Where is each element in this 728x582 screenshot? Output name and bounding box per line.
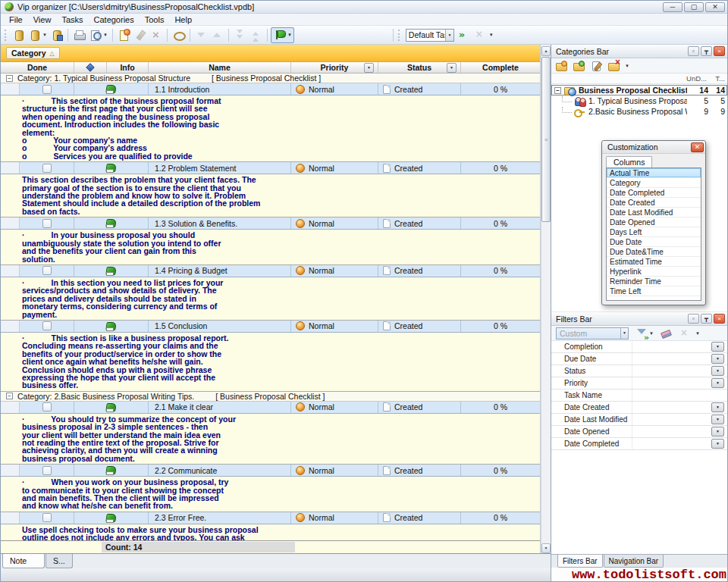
filter-dropdown-icon[interactable]: ▼ [711, 378, 724, 388]
add-task-button[interactable] [116, 27, 132, 43]
task-row[interactable]: 1.1 IntroductionNormalCreated0 % [1, 83, 540, 95]
task-complete[interactable]: 0 % [461, 512, 540, 524]
column-option[interactable]: Estimated Time [607, 257, 701, 267]
categories-overflow-icon[interactable]: ▼ [625, 64, 629, 68]
task-priority[interactable]: Normal [291, 162, 378, 174]
task-status[interactable]: Created [378, 265, 461, 277]
done-checkbox[interactable] [42, 266, 52, 275]
done-checkbox[interactable] [42, 513, 52, 522]
customization-dialog[interactable]: Customization ✕ Columns Actual TimeCateg… [601, 140, 706, 305]
column-option[interactable]: Date Created [607, 198, 701, 208]
print-button[interactable] [71, 27, 87, 43]
toolbar-grip[interactable] [398, 30, 401, 41]
task-note[interactable]: · This section is like a business propos… [1, 333, 540, 392]
done-checkbox[interactable] [42, 321, 52, 330]
toolbar-overflow-icon[interactable]: ▼ [489, 33, 494, 37]
task-note[interactable]: · In this section you need to list price… [1, 277, 540, 321]
combobox-dropdown-icon[interactable]: ▼ [445, 30, 453, 41]
task-name[interactable]: 2.3 Error Free. [149, 512, 291, 524]
task-row[interactable]: 2.1 Make it clearNormalCreated0 % [1, 402, 540, 414]
column-option[interactable]: Time Left [607, 286, 701, 296]
save-database-button[interactable] [49, 27, 64, 43]
toolbar-grip[interactable] [5, 30, 8, 41]
view-notes-button[interactable] [171, 27, 187, 43]
done-checkbox[interactable] [42, 85, 52, 94]
restore-panel-icon[interactable]: ▫ [688, 46, 699, 56]
task-complete[interactable]: 0 % [461, 321, 540, 332]
filters-bar-header[interactable]: Filters Bar ▫ ┳ × [551, 312, 727, 326]
menu-tools[interactable]: Tools [140, 14, 170, 25]
filter-row[interactable]: Task Name [551, 390, 727, 402]
note-tab-note[interactable]: Note [2, 554, 45, 568]
delete-category-button[interactable] [606, 58, 621, 74]
column-option[interactable]: Date Completed [607, 188, 701, 198]
column-header-flag[interactable] [74, 62, 107, 73]
categories-bar-header[interactable]: Categories Bar ▫ ┳ × [551, 45, 727, 58]
task-note[interactable]: This section describes the problem that … [1, 174, 540, 217]
menu-view[interactable]: View [28, 14, 57, 25]
info-cell[interactable] [74, 402, 149, 413]
category-tree-item[interactable]: 2.Basic Business Proposal Wri99 [551, 106, 727, 117]
filter-dropdown-icon[interactable]: ▼ [711, 427, 724, 436]
task-priority[interactable]: Normal [291, 512, 378, 524]
done-cell[interactable] [20, 265, 74, 277]
info-cell[interactable] [74, 217, 149, 229]
task-row[interactable]: 1.5 ConclusionNormalCreated0 % [1, 321, 540, 333]
task-status[interactable]: Created [378, 465, 461, 476]
filter-dropdown-icon[interactable]: ▼ [711, 439, 724, 449]
open-database-button[interactable]: ▼ [27, 27, 49, 43]
filter-row[interactable]: Status▼ [551, 365, 727, 377]
category-tree-item[interactable]: −Business Proposal Checklist1414 [551, 85, 727, 95]
close-icon[interactable]: ✕ [705, 2, 725, 12]
column-option[interactable]: Reminder Time [607, 277, 701, 286]
category-group-row[interactable]: −Category: 1. Typical Business Proposal … [1, 74, 540, 83]
done-checkbox[interactable] [42, 164, 52, 173]
category-group-row[interactable]: −Category: 2.Basic Business Proposal Wri… [1, 392, 540, 402]
task-priority[interactable]: Normal [291, 321, 378, 332]
info-cell[interactable] [74, 512, 149, 524]
task-name[interactable]: 1.3 Solution & Benefits. [149, 217, 291, 229]
restore-panel-icon[interactable]: ▫ [688, 314, 699, 324]
task-status[interactable]: Created [378, 162, 461, 174]
filter-row[interactable]: Date Last Modified▼ [551, 414, 727, 426]
info-cell[interactable] [74, 321, 149, 332]
task-row[interactable]: 1.2 Problem StatementNormalCreated0 % [1, 162, 540, 174]
filter-dropdown-icon[interactable]: ▼ [711, 402, 724, 412]
menu-tasks[interactable]: Tasks [56, 14, 88, 25]
column-header-complete[interactable]: Complete [461, 62, 540, 73]
menu-file[interactable]: File [4, 14, 28, 25]
task-priority[interactable]: Normal [291, 83, 378, 95]
filter-row[interactable]: Completion▼ [551, 341, 727, 353]
scroll-up-icon[interactable]: ▲ [541, 46, 551, 56]
task-name[interactable]: 1.1 Introduction [149, 83, 291, 95]
status-filter-dropdown-icon[interactable]: ▼ [447, 63, 457, 73]
menu-help[interactable]: Help [169, 14, 197, 25]
scrollbar-thumb[interactable]: ≡ [541, 57, 551, 222]
toggle-complete-button[interactable]: ▼ [271, 27, 294, 43]
task-name[interactable]: 1.4 Pricing & Budget [149, 265, 291, 277]
task-name[interactable]: 2.2 Communicate [149, 465, 291, 476]
task-status[interactable]: Created [378, 512, 461, 524]
task-complete[interactable]: 0 % [461, 217, 540, 229]
task-row[interactable]: 1.3 Solution & Benefits.NormalCreated0 % [1, 217, 540, 230]
filter-row[interactable]: Date Created▼ [551, 402, 727, 414]
filter-dropdown-icon[interactable]: ▼ [711, 342, 724, 352]
note-tab-s[interactable]: S... [46, 554, 73, 568]
task-view-combobox[interactable]: Default Task V ▼ [406, 29, 454, 42]
task-priority[interactable]: Normal [291, 217, 378, 229]
maximize-icon[interactable]: ▢ [684, 2, 704, 12]
column-header-done[interactable]: Done [1, 62, 74, 73]
minimize-icon[interactable]: ─ [663, 2, 682, 12]
filter-dropdown-icon[interactable]: ▼ [711, 366, 724, 376]
column-option[interactable]: Date Opened [607, 217, 701, 227]
expand-icon[interactable]: − [554, 87, 561, 94]
new-category-button[interactable] [554, 58, 569, 74]
done-cell[interactable] [20, 217, 74, 229]
apply-view-button[interactable] [456, 27, 472, 43]
done-checkbox[interactable] [42, 402, 52, 411]
done-checkbox[interactable] [42, 466, 52, 475]
clear-filter-button[interactable] [658, 325, 673, 341]
task-note[interactable]: · When you work on your business proposa… [1, 477, 540, 512]
column-option[interactable]: Category [607, 178, 701, 188]
filter-row[interactable]: Date Opened▼ [551, 426, 727, 438]
